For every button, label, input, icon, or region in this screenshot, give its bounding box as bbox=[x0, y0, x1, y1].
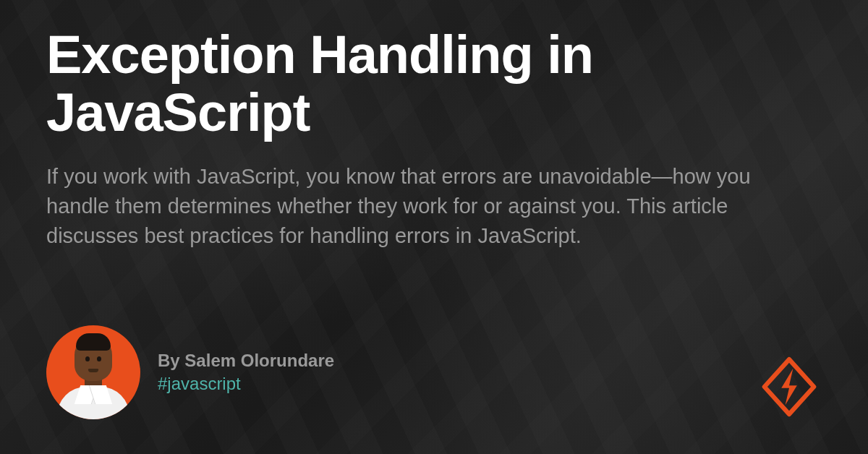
author-section: By Salem Olorundare #javascript bbox=[46, 325, 822, 419]
author-prefix: By bbox=[158, 351, 184, 370]
author-byline: By Salem Olorundare bbox=[158, 351, 334, 371]
author-avatar bbox=[46, 325, 140, 419]
author-name-text: Salem Olorundare bbox=[184, 351, 334, 370]
article-hashtag: #javascript bbox=[158, 374, 334, 394]
brand-logo-icon bbox=[757, 354, 822, 419]
article-title: Exception Handling in JavaScript bbox=[46, 26, 822, 142]
author-info: By Salem Olorundare #javascript bbox=[158, 351, 334, 394]
article-card: Exception Handling in JavaScript If you … bbox=[0, 0, 868, 454]
article-description: If you work with JavaScript, you know th… bbox=[46, 162, 813, 252]
